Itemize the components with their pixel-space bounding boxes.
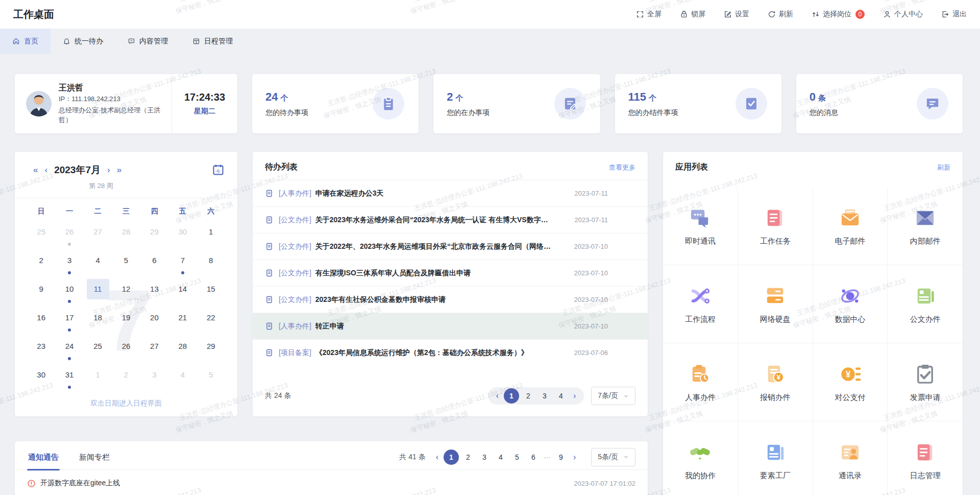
calendar-day[interactable]: 30 [168,222,197,250]
app-电子邮件[interactable]: 电子邮件 [813,187,888,265]
notices-tab-notice[interactable]: 通知通告 [27,444,60,470]
calendar-day[interactable]: 7 [168,250,197,279]
calendar-day-selected[interactable]: 11 [84,279,112,308]
tab-unified-todo[interactable]: 统一待办 [51,29,115,54]
calendar-day[interactable]: 16 [27,308,55,336]
todo-item[interactable]: [项目备案] 《2023年局信息系统运行维护（第2包：基础办公系统技术服务）》 … [253,340,648,366]
calendar-day[interactable]: 2 [27,250,55,279]
calendar-day[interactable]: 4 [168,365,197,393]
avatar[interactable] [26,91,52,116]
header-action-refresh[interactable]: 刷新 [768,10,793,19]
calendar-day[interactable]: 22 [197,308,225,336]
calendar-day[interactable]: 5 [197,365,225,393]
calendar-day[interactable]: 13 [140,279,168,308]
header-action-select-post[interactable]: 选择岗位 0 [812,10,865,19]
notices-page-2[interactable]: 2 [461,450,475,464]
app-即时通讯[interactable]: 即时通讯 [663,187,738,265]
todo-page-3[interactable]: 3 [537,389,552,403]
calendar-day[interactable]: 15 [197,279,225,308]
calendar-day[interactable]: 18 [84,308,112,336]
notices-prev-page[interactable]: ‹ [433,453,442,462]
notices-page-9[interactable]: 9 [554,450,568,464]
calendar-day[interactable]: 31 [55,365,83,393]
calendar-day[interactable]: 12 [112,279,140,308]
todo-item[interactable]: [公文办件] 关于2023年水务运维外采合同“2023年水务局统一认证 有生博大… [253,207,648,233]
prev-year-button[interactable]: « [33,166,38,174]
calendar-day[interactable]: 5 [112,250,140,279]
calendar-day[interactable]: 6 [140,250,168,279]
calendar-day[interactable]: 30 [27,365,55,393]
todo-item[interactable]: [公文办件] 2023年有生社保公积金基数申报审核申请 2023-07-10 [253,287,648,313]
calendar-day[interactable]: 8 [197,250,225,279]
app-对公支付[interactable]: ¥ 对公支付 [813,343,888,421]
stat-card-3[interactable]: 0条 您的消息 [796,74,963,133]
app-工作任务[interactable]: 工作任务 [738,187,813,265]
stat-card-0[interactable]: 24个 您的待办事项 [252,74,419,133]
calendar-day[interactable]: 26 [112,336,140,365]
app-公文办件[interactable]: 公文办件 [888,265,963,343]
calendar-day[interactable]: 28 [112,222,140,250]
stat-card-2[interactable]: 115个 您的办结件事项 [615,74,781,133]
notice-item[interactable]: 开源数字底座在gitee上线 2023-07-07 17:01:02 [15,470,648,488]
notices-page-3[interactable]: 3 [477,450,492,464]
app-人事办件[interactable]: 人事办件 [663,343,738,421]
calendar-day[interactable]: 2 [112,365,140,393]
apps-refresh-link[interactable]: 刷新 [937,163,950,172]
calendar-day[interactable]: 29 [197,336,225,365]
calendar-day[interactable]: 10 [55,279,83,308]
calendar-day[interactable]: 26 [55,222,83,250]
calendar-today-icon[interactable]: 今 [211,163,225,177]
header-action-profile[interactable]: 个人中心 [883,10,923,19]
notices-next-page[interactable]: › [570,453,579,462]
calendar-day[interactable]: 23 [27,336,55,365]
calendar-day[interactable]: 4 [84,250,112,279]
calendar-day[interactable]: 20 [140,308,168,336]
todo-page-1[interactable]: 1 [504,388,519,404]
header-action-settings[interactable]: 设置 [724,10,749,19]
calendar-day[interactable]: 29 [140,222,168,250]
calendar-day[interactable]: 17 [55,308,83,336]
stat-card-1[interactable]: 2个 您的在办事项 [433,74,600,133]
app-发票申请[interactable]: 发票申请 [888,343,963,421]
app-日志管理[interactable]: 日志管理 [888,421,963,495]
calendar-day[interactable]: 25 [84,336,112,365]
todo-page-2[interactable]: 2 [521,389,535,403]
calendar-day[interactable]: 3 [140,365,168,393]
view-more-link[interactable]: 查看更多 [609,163,635,172]
next-month-button[interactable]: › [107,166,110,174]
header-action-lock-screen[interactable]: 锁屏 [680,10,705,19]
todo-item[interactable]: [公文办件] 有生深境ISO三体系年审人员配合及牌匾借出申请 2023-07-1… [253,260,648,287]
todo-prev-page[interactable]: ‹ [493,391,502,400]
calendar-day[interactable]: 9 [27,279,55,308]
prev-month-button[interactable]: ‹ [44,166,47,174]
tab-content-mgmt[interactable]: 内容管理 [115,29,180,54]
calendar-day[interactable]: 1 [84,365,112,393]
todo-item[interactable]: [人事办件] 申请在家远程办公3天 2023-07-11 [253,180,648,207]
app-内部邮件[interactable]: 内部邮件 [888,187,963,265]
notices-page-5[interactable]: 5 [510,450,524,464]
app-要素工厂[interactable]: 要素工厂 [738,421,813,495]
next-year-button[interactable]: » [117,166,121,174]
todo-item[interactable]: [公文办件] 关于2022年、2023年水务局运维项目外采“北京市政务云服务合同… [253,233,648,260]
notices-tab-news[interactable]: 新闻专栏 [78,444,111,470]
calendar-day[interactable]: 21 [168,308,197,336]
calendar-day[interactable]: 27 [140,336,168,365]
calendar-day[interactable]: 24 [55,336,83,365]
app-工作流程[interactable]: 工作流程 [663,265,738,343]
todo-next-page[interactable]: › [570,391,579,400]
todo-page-4[interactable]: 4 [554,389,568,403]
calendar-day[interactable]: 14 [168,279,197,308]
app-报销办件[interactable]: ¥ 报销办件 [738,343,813,421]
tab-schedule-mgmt[interactable]: 日程管理 [180,29,245,54]
app-通讯录[interactable]: 通讯录 [813,421,888,495]
calendar-day[interactable]: 28 [168,336,197,365]
app-我的协作[interactable]: 我的协作 [663,421,738,495]
todo-item[interactable]: [人事办件] 转正申请 2023-07-10 [253,313,648,340]
calendar-hint[interactable]: 双击日期进入日程界面 [15,399,237,408]
header-action-logout[interactable]: 退出 [941,10,967,19]
header-action-fullscreen[interactable]: 全屏 [636,10,662,19]
calendar-day[interactable]: 3 [55,250,83,279]
calendar-day[interactable]: 25 [27,222,55,250]
calendar-day[interactable]: 27 [84,222,112,250]
app-数据中心[interactable]: 数据中心 [813,265,888,343]
